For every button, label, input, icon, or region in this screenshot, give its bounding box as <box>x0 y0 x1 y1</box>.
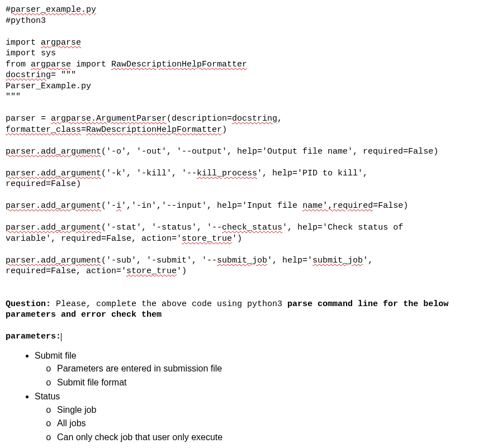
list-item: Single job <box>57 404 496 417</box>
list-item: Status Single job All jobs Can only chec… <box>35 391 496 444</box>
code-line: from argparse import RawDescriptionHelpF… <box>6 60 247 69</box>
code-line: variable', required=False, action='store… <box>6 234 242 244</box>
code-line: """ <box>6 92 21 102</box>
code-line: required=False) <box>6 179 81 189</box>
code-line: docstring= """ <box>6 70 76 80</box>
question-block: Question: Please, complete the above cod… <box>6 299 496 342</box>
question-text: Please, complete the above code using py… <box>51 299 287 309</box>
code-line: parser = argparse.ArgumentParser(descrip… <box>6 114 282 123</box>
code-line: import sys <box>6 49 56 58</box>
parameters-label: parameters: <box>6 332 61 341</box>
code-line: required=False, action='store_true') <box>6 266 187 276</box>
code-line: import argparse <box>6 38 81 47</box>
list-item: All jobs <box>57 418 496 430</box>
text-cursor <box>61 333 61 341</box>
list-item: Parameters are entered in submission fil… <box>57 363 496 375</box>
parameters-list: Submit file Parameters are entered in su… <box>6 350 496 445</box>
question-label: Question: <box>6 299 51 309</box>
code-line: parser.add_argument('-stat', '-status', … <box>6 223 403 232</box>
code-line: formatter_class=RawDescriptionHelpFormat… <box>6 125 227 135</box>
list-item: Submit file format <box>57 377 496 389</box>
code-line: parser.add_argument('-sub', '-submit', '… <box>6 256 373 265</box>
code-line: Parser_Example.py <box>6 82 91 91</box>
code-block: #parser_example.py #python3 import argpa… <box>6 4 496 299</box>
code-line: #parser_example.py <box>6 5 96 15</box>
code-line: parser.add_argument('-i','-in','--input'… <box>6 201 408 211</box>
code-line: parser.add_argument('-k', '-kill', '--ki… <box>6 169 368 178</box>
code-line: parser.add_argument('-o', '-out', '--out… <box>6 147 438 156</box>
list-item: Can only check job that user only execut… <box>57 432 496 444</box>
list-item: Submit file Parameters are entered in su… <box>35 350 496 389</box>
code-line: #python3 <box>6 16 46 26</box>
